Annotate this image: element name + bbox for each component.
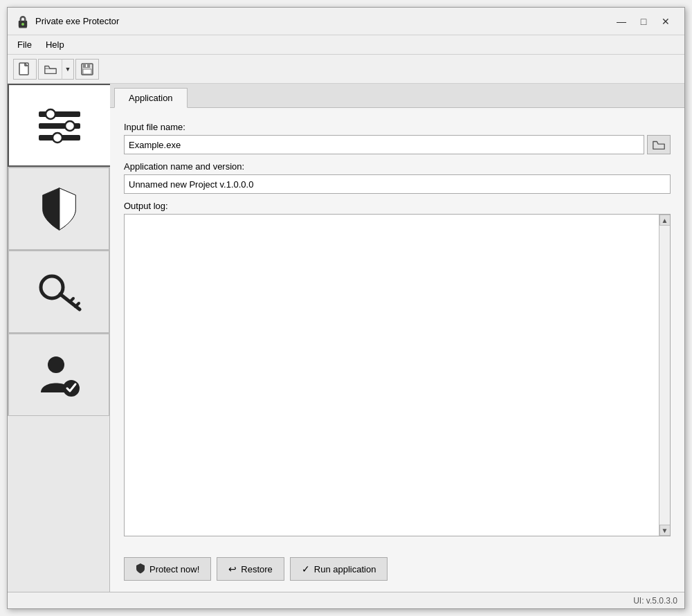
input-file-row xyxy=(124,135,671,154)
open-icon xyxy=(44,63,57,75)
sidebar xyxy=(8,84,110,592)
save-icon xyxy=(81,63,93,75)
minimize-button[interactable]: — xyxy=(611,13,632,30)
run-button[interactable]: ✓ Run application xyxy=(290,557,388,581)
open-button-group: ▼ xyxy=(38,59,74,80)
sidebar-item-user[interactable] xyxy=(8,333,110,416)
protect-icon xyxy=(136,563,145,576)
sidebar-item-protection[interactable] xyxy=(8,167,110,250)
output-log-scrollbar: ▲ ▼ xyxy=(659,215,670,536)
svg-line-19 xyxy=(75,303,79,307)
svg-line-18 xyxy=(70,298,73,302)
input-file-label: Input file name: xyxy=(124,122,671,132)
svg-rect-8 xyxy=(86,64,87,67)
run-label: Run application xyxy=(314,564,376,574)
output-log-section: Output log: ▲ ▼ xyxy=(124,201,671,536)
sidebar-item-key[interactable] xyxy=(8,250,110,333)
menu-file[interactable]: File xyxy=(10,37,39,52)
shield-icon xyxy=(37,185,82,233)
main-content: Application Input file name: xyxy=(8,84,684,592)
browse-button[interactable] xyxy=(647,135,671,154)
scroll-up-arrow[interactable]: ▲ xyxy=(659,215,671,226)
new-icon xyxy=(19,62,31,76)
app-name-section: Application name and version: xyxy=(124,161,671,194)
scroll-down-arrow[interactable]: ▼ xyxy=(659,525,671,536)
input-file-section: Input file name: xyxy=(124,122,671,154)
tab-bar: Application xyxy=(110,84,684,108)
window-title: Private exe Protector xyxy=(35,16,119,26)
open-button[interactable] xyxy=(38,59,62,80)
title-bar-controls: — □ ✕ xyxy=(611,13,676,30)
version-text: UI: v.5.0.3.0 xyxy=(633,596,677,606)
user-icon xyxy=(37,352,82,397)
app-name-label: Application name and version: xyxy=(124,161,671,172)
restore-icon: ↩ xyxy=(228,563,237,574)
toolbar: ▼ xyxy=(8,55,684,84)
protect-button[interactable]: Protect now! xyxy=(124,557,211,581)
content-area: Input file name: Application name and ve… xyxy=(110,108,684,550)
svg-point-12 xyxy=(46,109,55,119)
svg-point-20 xyxy=(48,356,64,373)
protect-shield-icon xyxy=(136,563,145,574)
svg-point-14 xyxy=(53,133,62,143)
title-bar: Private exe Protector — □ ✕ xyxy=(8,8,684,35)
tab-application[interactable]: Application xyxy=(114,88,188,108)
settings-icon xyxy=(35,105,84,146)
status-bar: UI: v.5.0.3.0 xyxy=(8,592,684,608)
new-button[interactable] xyxy=(13,59,37,80)
save-button[interactable] xyxy=(75,59,99,80)
restore-label: Restore xyxy=(241,564,273,574)
main-window: Private exe Protector — □ ✕ File Help xyxy=(7,7,685,609)
svg-point-13 xyxy=(65,121,75,131)
browse-icon xyxy=(652,138,666,151)
action-bar: Protect now! ↩ Restore ✓ Run application xyxy=(110,550,684,592)
open-dropdown-button[interactable]: ▼ xyxy=(62,59,74,80)
restore-button[interactable]: ↩ Restore xyxy=(217,557,284,581)
protect-label: Protect now! xyxy=(149,564,199,574)
run-icon: ✓ xyxy=(302,563,310,574)
output-log-area: ▲ ▼ xyxy=(124,214,671,536)
svg-point-3 xyxy=(21,23,24,26)
output-log-label: Output log: xyxy=(124,201,671,211)
key-icon xyxy=(37,269,82,314)
app-name-field[interactable] xyxy=(124,174,671,194)
maximize-button[interactable]: □ xyxy=(633,13,654,30)
sidebar-item-settings[interactable] xyxy=(8,84,110,167)
right-panel: Application Input file name: xyxy=(110,84,684,592)
scrollbar-track xyxy=(659,226,671,525)
input-file-field[interactable] xyxy=(124,135,644,154)
close-button[interactable]: ✕ xyxy=(655,13,676,30)
svg-rect-7 xyxy=(83,69,91,74)
menu-help[interactable]: Help xyxy=(39,37,71,52)
title-bar-left: Private exe Protector xyxy=(16,15,119,28)
menu-bar: File Help xyxy=(8,35,684,55)
app-icon xyxy=(16,15,30,28)
